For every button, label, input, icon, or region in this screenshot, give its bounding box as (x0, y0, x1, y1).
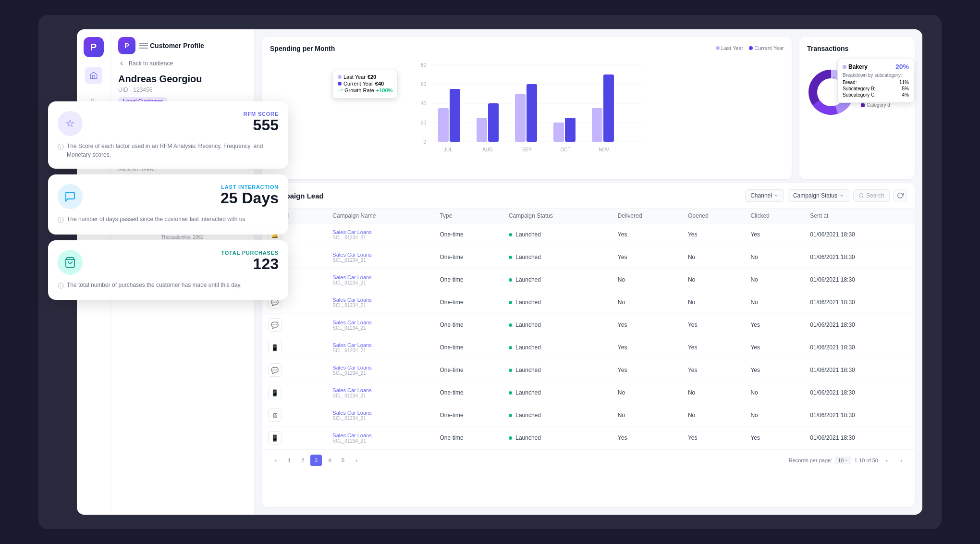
page-3-btn[interactable]: 3 (310, 455, 322, 466)
page-4-btn[interactable]: 4 (324, 455, 335, 466)
records-per-page[interactable]: 10 (835, 457, 851, 464)
cell-delivered-2: No (612, 269, 682, 291)
campaign-header: Campaign Lead Channel Campaign Status Se… (262, 183, 915, 209)
spending-chart-card: Spending per Month Last Year Current Yea… (262, 37, 792, 179)
campaign-name-link-8[interactable]: Sales Car Loans (332, 410, 428, 416)
tp-info-icon: ⓘ (58, 281, 64, 291)
bakery-subtitle: Breakdown by subcategory: (843, 73, 909, 78)
campaign-name-link-4[interactable]: Sales Car Loans (332, 320, 428, 325)
page-prev-btn[interactable]: ‹ (270, 455, 282, 466)
refresh-btn[interactable] (894, 189, 907, 202)
bakery-sub-b: Subcategory B: 5% (843, 86, 909, 91)
cell-clicked-9: Yes (745, 427, 804, 449)
campaign-search-box[interactable]: Search (853, 189, 890, 202)
campaign-name-link-3[interactable]: Sales Car Loans (332, 297, 428, 303)
bakery-sub-bread: Bread: 11% (843, 80, 909, 85)
search-placeholder: Search (866, 192, 884, 199)
channel-filter-btn[interactable]: Channel (745, 189, 784, 202)
sidebar-item-home[interactable] (85, 67, 102, 84)
svg-rect-26 (515, 94, 526, 142)
channel-icon-7: 📱 (268, 386, 282, 399)
svg-rect-23 (450, 89, 460, 142)
svg-text:NOV: NOV (599, 147, 609, 152)
cell-name-9: Sales Car Loans SCL_01234_21 (327, 427, 434, 449)
cell-type-9: One-time (434, 427, 502, 449)
campaign-name-link-1[interactable]: Sales Car Loans (332, 252, 428, 258)
campaign-name-link-6[interactable]: Sales Car Loans (332, 365, 428, 371)
cell-sent-at-7: 01/06/2021 18:30 (804, 382, 915, 404)
donut-area: Bakery (20%) Category a (10%) Category b (807, 56, 907, 128)
svg-rect-25 (488, 103, 499, 142)
cell-opened-3: No (682, 291, 745, 314)
status-dot-7 (509, 391, 512, 395)
page-5-btn[interactable]: 5 (337, 455, 349, 466)
campaign-name-link-9[interactable]: Sales Car Loans (332, 433, 428, 438)
table-row: 💬 Sales Car Loans SCL_01234_21 One-time … (262, 359, 915, 382)
table-row: 📱 Sales Car Loans SCL_01234_21 One-time … (262, 382, 915, 404)
burger-menu[interactable]: Customer Profile (139, 42, 204, 49)
bakery-dot (843, 65, 846, 69)
status-dot-2 (509, 278, 512, 282)
rfm-card: ☆ RFM SCORE 555 ⓘ The Score of each fact… (48, 101, 288, 169)
campaign-name-link-5[interactable]: Sales Car Loans (332, 342, 428, 348)
cell-clicked-7: No (745, 382, 804, 404)
page-1-btn[interactable]: 1 (283, 455, 295, 466)
channel-icon-6: 💬 (268, 363, 282, 377)
campaign-sub-0: SCL_01234_21 (332, 235, 428, 240)
cell-delivered-6: Yes (612, 359, 682, 382)
li-value: 25 Days (220, 190, 279, 207)
channel-icon-5: 📱 (268, 341, 282, 354)
campaign-name-link-7[interactable]: Sales Car Loans (332, 387, 428, 393)
cell-name-2: Sales Car Loans SCL_01234_21 (327, 269, 434, 291)
campaign-name-link-0[interactable]: Sales Car Loans (332, 229, 428, 235)
records-prev-btn[interactable]: ‹ (881, 455, 893, 466)
page-numbers: ‹ 1 2 3 4 5 › (270, 455, 362, 466)
cell-delivered-4: Yes (612, 314, 682, 336)
col-delivered: Delivered (612, 209, 682, 223)
back-to-audience[interactable]: Back to audience (118, 60, 246, 67)
cell-opened-1: No (682, 246, 745, 269)
cell-opened-8: No (682, 404, 745, 427)
page-2-btn[interactable]: 2 (297, 455, 308, 466)
cell-status-5: Launched (503, 336, 612, 359)
campaign-sub-8: SCL_01234_21 (332, 416, 428, 421)
campaign-title: Campaign Lead (270, 192, 741, 200)
col-opened: Opened (682, 209, 745, 223)
cell-opened-6: Yes (682, 359, 745, 382)
status-filter-btn[interactable]: Campaign Status (788, 189, 849, 202)
channel-icon-8: 🖥 (268, 408, 282, 422)
cell-name-7: Sales Car Loans SCL_01234_21 (327, 382, 434, 404)
cell-type-4: One-time (434, 314, 502, 336)
svg-rect-28 (553, 123, 564, 142)
status-dot-9 (509, 436, 512, 440)
cell-sent-at-3: 01/06/2021 18:30 (804, 291, 915, 314)
status-dot-3 (509, 301, 512, 304)
cell-delivered-9: Yes (612, 427, 682, 449)
rfm-value: 555 (244, 117, 279, 134)
last-year-dot-icon (716, 46, 720, 50)
status-dot-1 (509, 256, 512, 259)
rfm-icon: ☆ (58, 111, 83, 136)
campaign-sub-3: SCL_01234_21 (332, 303, 428, 308)
cell-opened-9: Yes (682, 427, 745, 449)
tp-value: 123 (221, 256, 279, 272)
app-logo[interactable]: P (84, 37, 104, 57)
cell-sent-at-5: 01/06/2021 18:30 (804, 336, 915, 359)
screen-wrapper: P (10, 10, 970, 534)
cell-type-5: One-time (434, 336, 502, 359)
campaign-name-link-2[interactable]: Sales Car Loans (332, 274, 428, 280)
cell-sent-at-0: 01/06/2021 18:30 (804, 223, 915, 246)
records-next-btn[interactable]: › (895, 455, 907, 466)
tp-description: ⓘ The total number of purchases the cust… (58, 281, 279, 291)
cell-clicked-0: Yes (745, 223, 804, 246)
svg-text:60: 60 (421, 82, 427, 87)
spending-chart-title: Spending per Month (270, 45, 335, 52)
cell-type-8: One-time (434, 404, 502, 427)
tp-icon (58, 250, 83, 275)
cell-sent-at-8: 01/06/2021 18:30 (804, 404, 915, 427)
table-row: 📱 Sales Car Loans SCL_01234_21 One-time … (262, 336, 915, 359)
cell-name-4: Sales Car Loans SCL_01234_21 (327, 314, 434, 336)
cell-opened-4: Yes (682, 314, 745, 336)
page-next-btn[interactable]: › (351, 455, 362, 466)
right-panel: Spending per Month Last Year Current Yea… (255, 29, 922, 515)
